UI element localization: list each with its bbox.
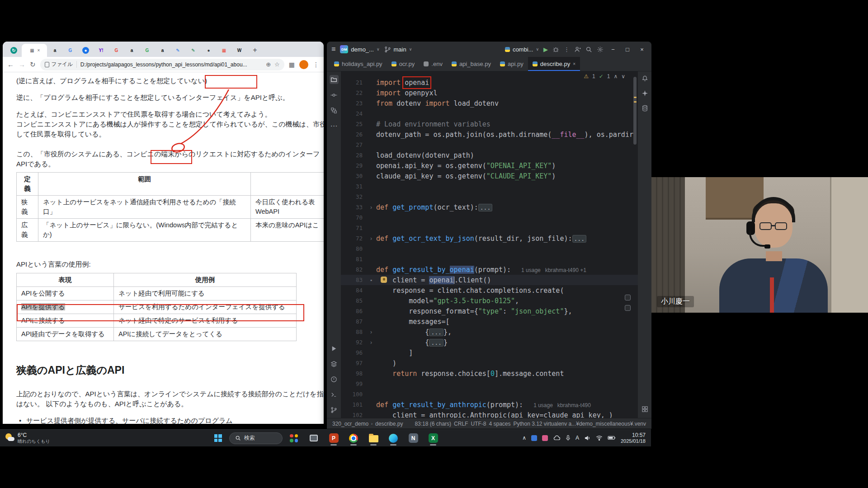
browser-tab[interactable]: ✎ xyxy=(186,44,201,57)
python-interpreter[interactable]: Python 3.12 virtualenv a...¥demo_miscell… xyxy=(513,421,646,427)
breadcrumb-module[interactable]: 320_ocr_demo xyxy=(332,421,368,427)
code-line[interactable]: 101def get_result_by_anthropic(prompt): … xyxy=(341,399,638,410)
tab-close-icon[interactable]: × xyxy=(38,48,40,53)
browser-tab[interactable]: ● xyxy=(78,44,93,57)
browser-tab[interactable]: a xyxy=(47,44,62,57)
code-line[interactable]: 96 ] xyxy=(341,347,638,358)
taskbar-app-edge[interactable] xyxy=(385,431,402,446)
code-line[interactable]: 33›def get_prompt(ocr_text):... xyxy=(341,202,638,212)
code-line[interactable]: 86 response_format={"type": "json_object… xyxy=(341,306,638,316)
taskbar-app-powerpoint[interactable]: P xyxy=(325,431,342,446)
weather-widget[interactable]: 6°C 晴れのちくもり xyxy=(0,432,55,444)
main-menu-icon[interactable]: ≡ xyxy=(331,45,335,53)
caret-position[interactable]: 83:18 (6 chars) xyxy=(415,421,451,427)
code-line[interactable]: 30claude_api_key = os.getenv("CLAUDE_API… xyxy=(341,171,638,181)
intention-bulb-icon[interactable] xyxy=(381,277,387,283)
fold-marker-icon[interactable]: › xyxy=(366,339,376,346)
run-button[interactable]: ▶ xyxy=(543,46,548,53)
search-everywhere-icon[interactable] xyxy=(585,46,592,53)
inspection-widget[interactable]: ⚠ 1 ✓ 1 ∧ ∨ xyxy=(584,73,625,80)
code-line[interactable]: 82def get_result_by_openai(prompt): 1 us… xyxy=(341,264,638,275)
editor-tab[interactable]: describe.py× xyxy=(528,57,580,71)
code-line[interactable]: 27 xyxy=(341,140,638,150)
browser-tab[interactable]: a xyxy=(124,44,139,57)
project-tool-icon[interactable] xyxy=(330,75,339,84)
code-line[interactable]: 28load_dotenv(dotenv_path) xyxy=(341,150,638,160)
battery-icon[interactable] xyxy=(608,436,616,440)
taskbar-app-file-explorer[interactable] xyxy=(365,431,382,446)
services-tool-icon[interactable] xyxy=(330,359,339,368)
code-line[interactable]: 22import openpyxl xyxy=(341,88,638,98)
editor-inline-mark[interactable] xyxy=(625,295,631,300)
gutter-icon[interactable]: ▪ xyxy=(366,277,376,283)
fold-marker-icon[interactable]: › xyxy=(366,235,376,242)
editor-tab[interactable]: holidays_api.py xyxy=(330,57,387,71)
microphone-icon[interactable] xyxy=(566,435,571,441)
tray-overflow-chevron-icon[interactable]: ∧ xyxy=(522,435,526,441)
code-line[interactable]: 80 xyxy=(341,244,638,254)
browser-tab[interactable]: ▦× xyxy=(22,44,47,57)
code-line[interactable]: 72›def get_ocr_text_by_json(result_dir, … xyxy=(341,233,638,244)
browser-tab[interactable]: G xyxy=(109,44,124,57)
code-line[interactable]: 71 xyxy=(341,223,638,233)
browser-menu-icon[interactable]: ⋮ xyxy=(313,61,319,68)
taskbar-app-colorful-app[interactable] xyxy=(285,431,302,446)
new-tab-button[interactable]: + xyxy=(249,44,261,56)
code-line[interactable]: 102 client = anthropic.Anthropic(api_key… xyxy=(341,410,638,418)
more-actions-icon[interactable]: ⋮ xyxy=(564,46,570,53)
zoom-icon[interactable]: ⊕ xyxy=(266,61,271,68)
browser-tab[interactable]: ● xyxy=(201,44,216,57)
taskbar-app-excel[interactable]: X xyxy=(425,431,442,446)
code-line[interactable]: 81 xyxy=(341,254,638,264)
volume-icon[interactable] xyxy=(584,435,591,441)
fold-marker-icon[interactable]: › xyxy=(366,204,376,211)
code-line[interactable]: 29openai.api_key = os.getenv("OPENAI_API… xyxy=(341,160,638,171)
browser-tab[interactable]: Y! xyxy=(94,44,108,57)
browser-tab[interactable]: ▦ xyxy=(217,44,231,57)
editor-tab[interactable]: .env xyxy=(419,57,447,71)
code-line[interactable]: 31 xyxy=(341,181,638,192)
run-tool-icon[interactable] xyxy=(330,344,339,353)
close-button[interactable]: × xyxy=(637,46,647,53)
taskbar-app-chrome[interactable] xyxy=(345,431,362,446)
tab-close-icon[interactable]: × xyxy=(573,61,576,66)
code-line[interactable]: 23from dotenv import load_dotenv xyxy=(341,98,638,108)
maximize-button[interactable]: □ xyxy=(623,46,632,53)
problems-tool-icon[interactable] xyxy=(330,375,339,384)
tray-app-icon[interactable] xyxy=(542,435,548,441)
wifi-icon[interactable] xyxy=(596,435,603,441)
code-line[interactable]: 32 xyxy=(341,192,638,202)
database-tool-icon[interactable] xyxy=(642,105,648,113)
commit-tool-icon[interactable] xyxy=(330,90,339,99)
code-line[interactable]: 88› {...}, xyxy=(341,327,638,337)
editor-scrollbar[interactable] xyxy=(633,71,637,418)
branch-widget[interactable]: main ∨ xyxy=(384,46,412,53)
taskbar-search[interactable]: 検索 xyxy=(229,432,283,444)
run-config-widget[interactable]: combi... ∨ xyxy=(505,46,539,53)
warning-stripe-mark[interactable] xyxy=(634,101,637,103)
extensions-icon[interactable]: ▦ xyxy=(289,61,295,68)
code-line[interactable]: 70 xyxy=(341,212,638,223)
breadcrumb-file[interactable]: describe.py xyxy=(375,421,403,427)
scrollbar-thumb[interactable] xyxy=(633,77,637,145)
profile-avatar[interactable] xyxy=(299,60,308,69)
code-line[interactable]: 84 response = client.chat.completions.cr… xyxy=(341,285,638,296)
code-line[interactable]: 92› {...} xyxy=(341,337,638,347)
bookmark-star-icon[interactable]: ☆ xyxy=(274,61,280,68)
settings-gear-icon[interactable] xyxy=(597,46,604,53)
next-problem-icon[interactable]: ∨ xyxy=(621,73,625,80)
code-line[interactable]: 97 ) xyxy=(341,358,638,368)
browser-tab[interactable]: G xyxy=(63,44,78,57)
code-line[interactable]: 100 xyxy=(341,389,638,399)
back-icon[interactable]: ← xyxy=(7,61,14,68)
terminal-tool-icon[interactable] xyxy=(330,390,339,399)
indent-setting[interactable]: 4 spaces xyxy=(489,421,510,427)
prev-problem-icon[interactable]: ∧ xyxy=(613,73,618,80)
file-encoding[interactable]: UTF-8 xyxy=(471,421,486,427)
git-tool-icon[interactable] xyxy=(330,405,339,414)
address-bar[interactable]: ファイル D:/projects/galapagos_lessons/pytho… xyxy=(40,59,284,70)
more-tools-icon[interactable]: ⋯ xyxy=(330,121,339,130)
reload-icon[interactable]: ↻ xyxy=(30,61,36,68)
editor-tab[interactable]: api.py xyxy=(495,57,528,71)
warning-stripe-mark[interactable] xyxy=(634,97,637,98)
